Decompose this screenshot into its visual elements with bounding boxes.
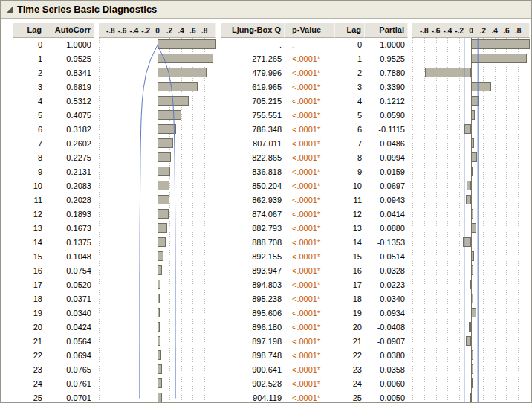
acf-bar bbox=[158, 265, 162, 275]
pacf-bar bbox=[470, 393, 472, 402]
table-row[interactable]: 3 0.6819 619.965 <.0001* 3 0.3390 bbox=[1, 80, 531, 94]
pacf-bar bbox=[471, 39, 530, 49]
table-row[interactable]: 18 0.0371 895.238 <.0001* 18 0.0340 bbox=[1, 292, 531, 306]
cell-ljung-box-q: 882.793 bbox=[221, 222, 285, 236]
table-row[interactable]: 5 0.4075 755.551 <.0001* 5 0.0590 bbox=[1, 109, 531, 123]
cell-autocorr: 0.0761 bbox=[45, 377, 94, 391]
acf-bar-cell bbox=[99, 250, 216, 264]
axis-tick-label: .4 bbox=[178, 23, 184, 37]
table-row[interactable]: 7 0.2602 807.011 <.0001* 7 0.0486 bbox=[1, 137, 531, 151]
cell-partial: -0.1115 bbox=[365, 123, 408, 137]
acf-bar-cell bbox=[99, 306, 216, 320]
panel-titlebar[interactable]: Time Series Basic Diagnostics bbox=[1, 1, 531, 19]
rows-container: 0 1.0000 . . 0 1.0000 1 0.9525 271.265 <… bbox=[1, 38, 531, 403]
cell-autocorr: 0.0694 bbox=[45, 349, 94, 363]
table-row[interactable]: 16 0.0754 893.947 <.0001* 16 0.0328 bbox=[1, 264, 531, 278]
pacf-bar-cell bbox=[412, 222, 530, 236]
cell-p-value: <.0001* bbox=[285, 222, 335, 236]
table-row[interactable]: 13 0.1673 882.793 <.0001* 13 0.0880 bbox=[1, 222, 531, 236]
acf-bar-cell bbox=[99, 377, 216, 391]
table-row[interactable]: 25 0.0701 904.119 <.0001* 25 -0.0050 bbox=[1, 391, 531, 403]
cell-lag: 7 bbox=[13, 137, 45, 151]
table-row[interactable]: 12 0.1893 874.067 <.0001* 12 0.0414 bbox=[1, 207, 531, 222]
acf-bar bbox=[158, 167, 170, 176]
cell-lag-2: 12 bbox=[335, 207, 365, 222]
cell-ljung-box-q: 271.265 bbox=[221, 52, 285, 66]
table-row[interactable]: 22 0.0694 898.748 <.0001* 22 0.0380 bbox=[1, 349, 531, 363]
pacf-bar-cell bbox=[412, 207, 530, 222]
cell-ljung-box-q: 619.965 bbox=[221, 80, 285, 94]
column-header-lag-2[interactable]: Lag bbox=[335, 23, 365, 38]
cell-partial: 0.9525 bbox=[365, 52, 408, 66]
cell-p-value: <.0001* bbox=[285, 151, 335, 165]
cell-autocorr: 0.0564 bbox=[45, 335, 94, 349]
acf-axis-header: -.8-.6-.4-.20.2.4.6.8 bbox=[99, 23, 216, 38]
cell-partial: -0.0697 bbox=[365, 179, 408, 193]
cell-ljung-box-q: 904.119 bbox=[221, 391, 285, 403]
cell-lag-2: 24 bbox=[335, 377, 365, 391]
pacf-bar-cell bbox=[412, 94, 530, 109]
cell-lag: 9 bbox=[13, 165, 45, 179]
pacf-bar bbox=[471, 378, 473, 388]
table-row[interactable]: 15 0.1048 892.155 <.0001* 15 0.0514 bbox=[1, 250, 531, 264]
table-row[interactable]: 11 0.2028 862.939 <.0001* 11 -0.0943 bbox=[1, 193, 531, 207]
acf-bar-cell bbox=[99, 363, 216, 377]
cell-lag-2: 8 bbox=[335, 151, 365, 165]
cell-autocorr: 0.3182 bbox=[45, 123, 94, 137]
cell-p-value: <.0001* bbox=[285, 391, 335, 403]
table-row[interactable]: 17 0.0520 894.803 <.0001* 17 -0.0223 bbox=[1, 278, 531, 292]
table-row[interactable]: 21 0.0564 897.198 <.0001* 21 -0.0907 bbox=[1, 335, 531, 349]
cell-partial: -0.0050 bbox=[365, 391, 408, 403]
table-row[interactable]: 19 0.0340 895.606 <.0001* 19 0.0934 bbox=[1, 306, 531, 320]
cell-p-value: <.0001* bbox=[285, 363, 335, 377]
column-header-partial[interactable]: Partial bbox=[365, 23, 408, 38]
column-header-lag[interactable]: Lag bbox=[13, 23, 45, 38]
table-row[interactable]: 4 0.5312 705.215 <.0001* 4 0.1212 bbox=[1, 94, 531, 109]
cell-lag: 11 bbox=[13, 193, 45, 207]
acf-bar bbox=[158, 152, 171, 162]
cell-lag-2: 19 bbox=[335, 306, 365, 320]
table-row[interactable]: 2 0.8341 479.996 <.0001* 2 -0.7880 bbox=[1, 66, 531, 80]
table-row[interactable]: 23 0.0765 900.641 <.0001* 23 0.0358 bbox=[1, 363, 531, 377]
cell-p-value: <.0001* bbox=[285, 94, 335, 109]
cell-partial: 0.1212 bbox=[365, 94, 408, 109]
pacf-bar bbox=[425, 68, 471, 77]
table-row[interactable]: 8 0.2275 822.865 <.0001* 8 0.0994 bbox=[1, 151, 531, 165]
cell-ljung-box-q: 893.947 bbox=[221, 264, 285, 278]
pacf-bar-cell bbox=[412, 377, 530, 391]
disclosure-triangle-icon[interactable] bbox=[4, 5, 13, 14]
table-row[interactable]: 1 0.9525 271.265 <.0001* 1 0.9525 bbox=[1, 52, 531, 66]
cell-lag-2: 5 bbox=[335, 109, 365, 123]
table-row[interactable]: 24 0.0761 902.528 <.0001* 24 0.0060 bbox=[1, 377, 531, 391]
table-row[interactable]: 0 1.0000 . . 0 1.0000 bbox=[1, 38, 531, 52]
table-row[interactable]: 14 0.1375 888.708 <.0001* 14 -0.1353 bbox=[1, 236, 531, 250]
table-row[interactable]: 6 0.3182 786.348 <.0001* 6 -0.1115 bbox=[1, 123, 531, 137]
cell-lag-2: 2 bbox=[335, 66, 365, 80]
cell-autocorr: 0.0371 bbox=[45, 292, 94, 306]
pacf-bar-cell bbox=[412, 109, 530, 123]
cell-lag-2: 7 bbox=[335, 137, 365, 151]
table-row[interactable]: 10 0.2083 850.204 <.0001* 10 -0.0697 bbox=[1, 179, 531, 193]
pacf-bar-cell bbox=[412, 264, 530, 278]
pacf-bar-cell bbox=[412, 52, 530, 66]
axis-tick-label: -.6 bbox=[432, 23, 441, 37]
acf-bar bbox=[158, 393, 162, 402]
axis-tick-label: -.2 bbox=[141, 23, 150, 37]
cell-autocorr: 0.8341 bbox=[45, 66, 94, 80]
cell-lag: 12 bbox=[13, 207, 45, 222]
table-row[interactable]: 9 0.2131 836.818 <.0001* 9 0.0159 bbox=[1, 165, 531, 179]
cell-lag-2: 18 bbox=[335, 292, 365, 306]
cell-ljung-box-q: 705.215 bbox=[221, 94, 285, 109]
cell-ljung-box-q: 894.803 bbox=[221, 278, 285, 292]
cell-partial: 0.0590 bbox=[365, 109, 408, 123]
pacf-bar bbox=[471, 308, 476, 317]
cell-partial: -0.0907 bbox=[365, 335, 408, 349]
cell-ljung-box-q: 895.238 bbox=[221, 292, 285, 306]
column-header-ljung-box-q[interactable]: Ljung-Box Q bbox=[221, 23, 285, 38]
acf-bar-cell bbox=[99, 349, 216, 363]
column-header-autocorr[interactable]: AutoCorr bbox=[45, 23, 94, 38]
cell-lag: 4 bbox=[13, 94, 45, 109]
table-row[interactable]: 20 0.0424 896.180 <.0001* 20 -0.0408 bbox=[1, 320, 531, 335]
pacf-axis-header: -.8-.6-.4-.20.2.4.6.8 bbox=[412, 23, 530, 38]
column-header-p-value[interactable]: p-Value bbox=[285, 23, 335, 38]
